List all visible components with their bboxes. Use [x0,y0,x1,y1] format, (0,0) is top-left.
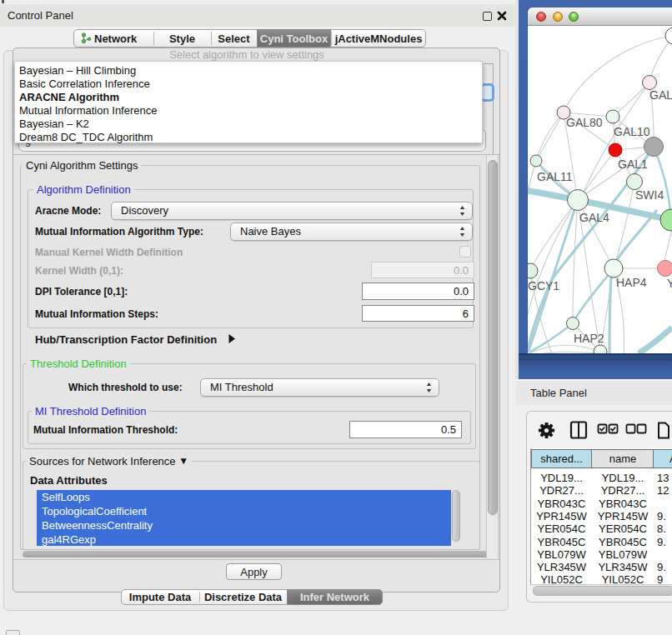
svg-text:GAL10: GAL10 [614,125,650,138]
svg-text:GAL11: GAL11 [537,170,573,183]
svg-text:GAL4: GAL4 [579,211,609,224]
svg-text:HAP2: HAP2 [574,332,604,345]
svg-text:GAL7: GAL7 [649,88,672,102]
svg-text:GAL80: GAL80 [566,116,603,129]
svg-text:GCY1: GCY1 [528,279,559,292]
svg-text:HAP4: HAP4 [616,276,647,289]
svg-text:Y: Y [667,277,672,290]
svg-text:GAL1: GAL1 [618,158,648,171]
svg-text:SWI4: SWI4 [635,188,664,202]
